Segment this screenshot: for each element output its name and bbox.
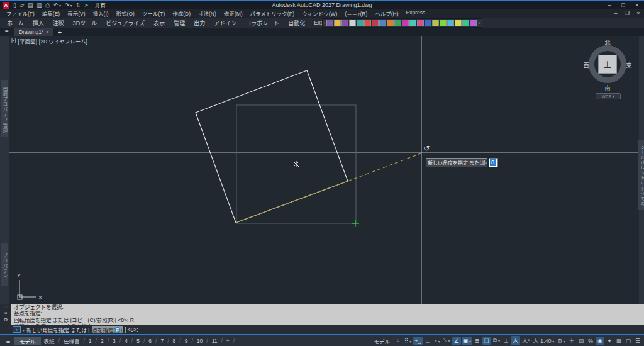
lineweight-toggle[interactable]: ≣ xyxy=(473,337,482,345)
customization-button[interactable]: ☰ xyxy=(633,337,642,345)
share-button[interactable]: 共有 xyxy=(94,1,106,9)
toolbar-grip[interactable]: ⁞ xyxy=(324,20,325,26)
menu-help[interactable]: ヘルプ(H) xyxy=(371,9,402,18)
menu-format[interactable]: 形式(O) xyxy=(113,9,138,18)
dropdown-arrow-icon[interactable]: ▾ xyxy=(409,340,412,343)
command-history[interactable]: オブジェクトを選択:基点を指定:回転角度を指定 または [コピー(C)/参照(R… xyxy=(11,304,644,325)
viewport-visual-style-control[interactable]: [2D ワイヤフレーム] xyxy=(39,37,87,45)
tab-view[interactable]: 表示 xyxy=(149,18,169,28)
dropdown-arrow-icon[interactable]: ▾ xyxy=(58,4,61,8)
model-space-toggle[interactable]: モデル xyxy=(371,337,394,345)
share-icon[interactable]: ➤ xyxy=(82,2,91,9)
menu-express[interactable]: Express xyxy=(402,9,430,18)
autocad-logo[interactable]: A xyxy=(3,2,9,9)
express-tool-19[interactable] xyxy=(462,20,469,26)
express-tool-20[interactable] xyxy=(470,20,477,26)
layout-tab-5[interactable]: 5 xyxy=(133,337,143,345)
layer-properties-palette-tab[interactable]: 画層プロパティ管理 xyxy=(1,80,8,137)
layout-tab-2[interactable]: 2 xyxy=(97,337,107,345)
layout-tab-3[interactable]: 3 xyxy=(109,337,119,345)
file-tab-menu-icon[interactable]: ≡ xyxy=(0,28,14,35)
wrench-icon[interactable]: ⚙ xyxy=(3,317,8,323)
autoscale-toggle[interactable]: 人* xyxy=(521,336,531,345)
snap-mode-toggle[interactable]: ⠿ ▾ xyxy=(403,337,413,345)
doc-minimize-button[interactable]: – xyxy=(610,10,621,16)
drawing-units-button[interactable]: ▤ xyxy=(577,337,586,345)
menu-tools[interactable]: ツール(T) xyxy=(138,9,169,18)
express-tool-5[interactable] xyxy=(357,20,364,26)
layout-tab-7[interactable]: 7 xyxy=(157,337,167,345)
open-icon[interactable]: ▱ xyxy=(18,2,26,9)
tab-manage[interactable]: 管理 xyxy=(169,18,189,28)
grid-display-toggle[interactable]: ⌗ xyxy=(394,337,402,345)
express-tool-8[interactable] xyxy=(379,20,386,26)
tool-palettes-tab[interactable]: ツールパレット - すべてのパレット xyxy=(638,140,644,210)
command-window-close-icon[interactable]: × xyxy=(4,310,8,316)
toolbar-close-icon[interactable]: × xyxy=(478,21,480,25)
express-tool-7[interactable] xyxy=(372,20,379,26)
viewcube[interactable]: 上 北 南 西 東 WCS ▾ xyxy=(580,37,636,100)
new-layout-button[interactable]: + xyxy=(223,337,233,345)
graphics-performance-button[interactable]: ▦ xyxy=(614,337,623,345)
tab-automate[interactable]: 自動化 xyxy=(284,18,309,28)
plot-icon[interactable]: ⎙ xyxy=(43,2,52,9)
viewcube-west[interactable]: 西 xyxy=(582,61,591,69)
doc-close-button[interactable]: × xyxy=(633,10,644,16)
transparency-toggle[interactable]: ❏ xyxy=(482,337,491,345)
express-tool-12[interactable] xyxy=(409,20,416,26)
layout-tab-6[interactable]: 6 xyxy=(145,337,155,345)
express-tool-10[interactable] xyxy=(394,20,401,26)
3d-object-snap-toggle[interactable]: ⊥ xyxy=(502,337,511,345)
layout-tab-model[interactable]: モデル xyxy=(14,337,41,345)
express-tool-3[interactable] xyxy=(341,20,348,26)
recent-commands-icon[interactable]: ⌖ xyxy=(13,326,21,333)
express-tool-6[interactable] xyxy=(364,20,371,26)
express-tool-15[interactable] xyxy=(432,20,439,26)
quick-properties-toggle[interactable]: ℅ xyxy=(586,337,595,345)
undo-icon[interactable]: ↶ ▾ xyxy=(52,2,63,9)
file-tab-drawing1[interactable]: Drawing1* × xyxy=(14,28,53,36)
rotated-rectangle[interactable] xyxy=(196,70,348,223)
viewcube-top-face[interactable]: 上 xyxy=(598,55,617,74)
object-snap-toggle[interactable]: ▣ ▾ xyxy=(462,337,472,345)
menu-parametric[interactable]: パラメトリック(P) xyxy=(247,9,299,18)
menu-view[interactable]: 表示(V) xyxy=(64,9,89,18)
express-tool-2[interactable] xyxy=(334,20,341,26)
dropdown-arrow-icon[interactable]: ▾ xyxy=(447,339,450,343)
annotation-visibility-toggle[interactable]: 人 xyxy=(511,336,520,345)
layout-tab-1[interactable]: 1 xyxy=(86,337,95,345)
viewport-controls-toggle[interactable]: [-] xyxy=(11,37,16,45)
dropdown-arrow-icon[interactable]: ▾ xyxy=(437,340,440,343)
ortho-mode-toggle[interactable]: ∟ xyxy=(423,337,432,345)
polar-tracking-toggle[interactable]: ◔ ▾ xyxy=(433,337,441,345)
express-tool-16[interactable] xyxy=(440,20,447,26)
close-button[interactable]: × xyxy=(630,2,644,8)
tab-3d-tools[interactable]: 3Dツール xyxy=(69,18,102,28)
redo-icon[interactable]: ↷ ▾ xyxy=(63,2,74,9)
file-tab-close-icon[interactable]: × xyxy=(46,29,49,35)
tab-output[interactable]: 出力 xyxy=(189,18,209,28)
menu-modify[interactable]: 修正(M) xyxy=(220,9,247,18)
layout-tab-11[interactable]: 11 xyxy=(209,337,221,345)
command-dropdown-icon[interactable]: ▾ xyxy=(23,328,25,332)
dropdown-arrow-icon[interactable]: ▾ xyxy=(69,4,72,8)
dropdown-arrow-icon[interactable]: ▾ xyxy=(562,340,565,343)
doc-restore-button[interactable]: ❐ xyxy=(621,10,633,16)
command-window-grip[interactable]: ⋯ xyxy=(4,304,8,309)
workspace-switching-button[interactable]: ⚙ ▾ xyxy=(556,337,567,345)
menu-file[interactable]: ファイル(F) xyxy=(3,9,38,18)
minimize-button[interactable]: – xyxy=(602,2,616,8)
isolate-objects-button[interactable]: ✦ xyxy=(605,337,614,345)
layout-tab-4[interactable]: 4 xyxy=(121,337,131,345)
express-tool-18[interactable] xyxy=(455,20,462,26)
viewcube-south[interactable]: 南 xyxy=(603,84,612,92)
command-input-line[interactable]: ⌖ ▾ 新しい角度を指定 または [点を指定(P)] <0>: xyxy=(11,325,644,334)
express-tool-11[interactable] xyxy=(402,20,409,26)
menu-edit[interactable]: 編集(E) xyxy=(38,9,64,18)
tab-annotate[interactable]: 注釈 xyxy=(48,18,69,28)
dropdown-arrow-icon[interactable]: ▾ xyxy=(552,340,555,343)
annotation-monitor-toggle[interactable]: ＋ xyxy=(567,336,576,345)
qat-customize-icon[interactable]: ⇅ xyxy=(74,2,82,9)
layout-tab-10[interactable]: 10 xyxy=(194,337,206,345)
maximize-button[interactable]: □ xyxy=(616,2,630,8)
